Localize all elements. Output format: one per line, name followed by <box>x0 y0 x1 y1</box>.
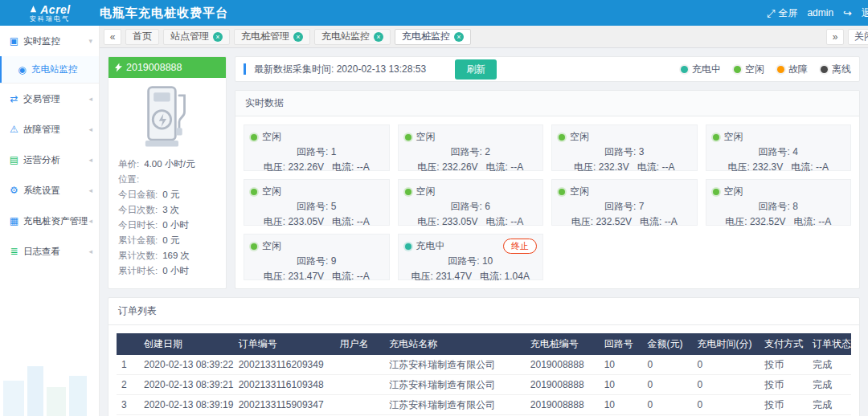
table-cell: 2020-02-13 08:39:19 <box>139 399 234 410</box>
circuit-vi-line: 电压: 232.52V电流: --A <box>559 215 690 229</box>
circuit-number-line: 回路号: 6 <box>405 200 537 214</box>
table-cell: 江苏安科瑞制造有限公司 <box>384 358 526 372</box>
username[interactable]: admin <box>807 7 833 18</box>
tab-close-icon[interactable]: × <box>213 32 223 42</box>
header-actions: ⤢ 全屏 admin ↪ 退出 <box>767 6 868 20</box>
tab-close-icon[interactable]: × <box>454 32 464 42</box>
logout-label[interactable]: 退出 <box>862 6 868 20</box>
column-header: 用户名 <box>334 337 384 351</box>
pile-stat-line: 累计时长:0 小时 <box>108 263 226 279</box>
tabs-bar: « 首页 站点管理 × 充电桩管理 × 充电站监控 × 充电桩监控 × » 关闭 <box>100 26 868 48</box>
table-cell: 2019008888 <box>526 379 600 390</box>
logout-icon[interactable]: ↪ <box>843 8 852 18</box>
circuit-number-line: 回路号: 2 <box>405 145 537 159</box>
stat-label: 累计时长: <box>118 266 158 275</box>
table-row: 12020-02-13 08:39:222002133116209349江苏安科… <box>117 355 851 375</box>
stat-label: 单价: <box>118 159 139 169</box>
legend-item: 空闲 <box>734 63 764 76</box>
stat-label: 今日次数: <box>118 205 158 214</box>
fullscreen-button[interactable]: ⤢ 全屏 <box>767 6 797 20</box>
sidebar-item-label: 故障管理 <box>23 124 60 136</box>
chevron-icon: ◂ <box>88 95 92 103</box>
circuit-number-line: 回路号: 10 <box>405 255 537 268</box>
tab[interactable]: 充电站监控 × <box>314 29 391 45</box>
table-cell: 投币 <box>760 398 808 412</box>
status-dot-icon <box>251 243 257 250</box>
circuit-number-line: 回路号: 3 <box>559 145 690 159</box>
table-cell: 完成 <box>808 398 851 412</box>
stat-value: 4.00 小时/元 <box>144 159 194 169</box>
tab[interactable]: 首页 <box>125 29 159 45</box>
sidebar-item-icon: ▣ <box>8 35 20 47</box>
sidebar-item[interactable]: ▣ 实时监控 ▾ <box>0 26 99 56</box>
tab[interactable]: 充电桩管理 × <box>234 29 310 45</box>
circuit-card: 空闲 终止 回路号: 4 电压: 232.3V电流: --A <box>706 124 852 171</box>
tab-close-icon[interactable]: × <box>293 32 303 42</box>
sidebar-item-label: 实时监控 <box>23 35 60 47</box>
tab[interactable]: 站点管理 × <box>163 29 230 45</box>
sidebar-item-label: 交易管理 <box>23 93 60 105</box>
sidebar-item[interactable]: ◉ 充电站监控 <box>0 56 99 84</box>
sidebar-item[interactable]: ⚙ 系统设置 ◂ <box>0 175 99 206</box>
orders-card: 订单列表 创建日期订单编号用户名充电站名称充电桩编号回路号金额(元)充电时间(分… <box>108 297 860 416</box>
chevron-icon: ◂ <box>88 186 92 194</box>
circuit-card: 充电中 终止 回路号: 10 电压: 231.47V电流: 1.04A <box>398 234 544 280</box>
pile-stat-line: 单价:4.00 小时/元 <box>108 157 226 172</box>
status-dot-icon <box>821 66 828 73</box>
tab-label: 充电站监控 <box>321 30 370 43</box>
stat-value: 0 小时 <box>162 220 189 230</box>
legend-label: 充电中 <box>692 63 721 76</box>
circuit-vi-line: 电压: 232.3V电流: --A <box>559 161 690 174</box>
sidebar-item-icon: ◉ <box>16 64 28 75</box>
sidebar-item-label: 充电站监控 <box>31 63 78 75</box>
main-content: 2019008888 单价:4.00 小时/元 位置: 今日金额: <box>100 48 868 416</box>
tabs-scroll-left-icon[interactable]: « <box>104 29 121 45</box>
sidebar-item[interactable]: ⚠ 故障管理 ◂ <box>0 114 99 145</box>
circuit-number-line: 回路号: 9 <box>251 255 383 268</box>
collect-info-bar: 最新数据采集时间: 2020-02-13 13:28:53 刷新 充电中 空闲 … <box>235 56 860 82</box>
sidebar-item[interactable]: ≣ 日志查看 ◂ <box>0 236 99 267</box>
circuit-status: 空闲 <box>416 130 436 144</box>
pile-id: 2019008888 <box>126 62 182 73</box>
circuit-status: 空闲 <box>262 130 281 144</box>
app-title: 电瓶车充电桩收费平台 <box>100 6 228 21</box>
refresh-button[interactable]: 刷新 <box>455 59 497 80</box>
brand-name: Acrel <box>40 4 71 15</box>
tab[interactable]: 充电桩监控 × <box>395 29 471 45</box>
sidebar-menu: ▣ 实时监控 ▾ ◉ 充电站监控 ⇄ 交易管理 ◂ ⚠ 故障管理 ◂ ▤ 运营分… <box>0 26 99 267</box>
orders-table-header: 创建日期订单编号用户名充电站名称充电桩编号回路号金额(元)充电时间(分)支付方式… <box>117 333 851 355</box>
pile-card-header: 2019008888 <box>108 57 226 78</box>
table-cell: 0 <box>643 359 693 370</box>
chevron-icon: ◂ <box>88 247 92 255</box>
table-cell: 2019008888 <box>526 359 600 370</box>
terminate-button[interactable]: 终止 <box>503 239 537 254</box>
tab-label: 站点管理 <box>170 30 209 43</box>
stat-label: 今日时长: <box>118 220 158 230</box>
sidebar-item[interactable]: ⇄ 交易管理 ◂ <box>0 84 99 114</box>
open-tabs: 首页 站点管理 × 充电桩管理 × 充电站监控 × 充电桩监控 × <box>125 29 471 45</box>
circuit-number-line: 回路号: 1 <box>251 145 383 159</box>
close-tabs-menu[interactable]: 关闭 <box>848 29 868 45</box>
stat-label: 累计次数: <box>118 251 158 260</box>
sidebar-item-label: 运营分析 <box>23 154 60 166</box>
pile-stat-line: 今日时长:0 小时 <box>108 218 226 233</box>
table-cell: 投币 <box>760 358 808 372</box>
status-dot-icon <box>681 66 688 73</box>
tab-close-icon[interactable]: × <box>374 32 383 42</box>
status-dot-icon <box>405 134 411 141</box>
legend-label: 空闲 <box>745 63 764 76</box>
pile-stats: 单价:4.00 小时/元 位置: 今日金额:0 元 今日次数:3 次 今日时长:… <box>108 157 226 279</box>
pile-stat-line: 累计金额:0 元 <box>108 233 226 248</box>
tabs-scroll-right-icon[interactable]: » <box>826 29 844 45</box>
circuit-vi-line: 电压: 233.05V电流: --A <box>405 215 537 229</box>
sidebar-item[interactable]: ▤ 运营分析 ◂ <box>0 145 99 175</box>
sidebar-item[interactable]: ▦ 充电桩资产管理 ◂ <box>0 206 99 236</box>
circuit-status: 空闲 <box>724 185 743 198</box>
sidebar-item-label: 充电桩资产管理 <box>23 215 88 227</box>
column-header: 订单状态 <box>808 337 851 351</box>
table-cell: 完成 <box>808 358 851 372</box>
status-dot-icon <box>405 189 411 195</box>
circuit-card: 空闲 终止 回路号: 3 电压: 232.3V电流: --A <box>551 124 698 171</box>
column-header: 订单编号 <box>234 337 335 351</box>
circuit-status: 空闲 <box>570 185 589 198</box>
